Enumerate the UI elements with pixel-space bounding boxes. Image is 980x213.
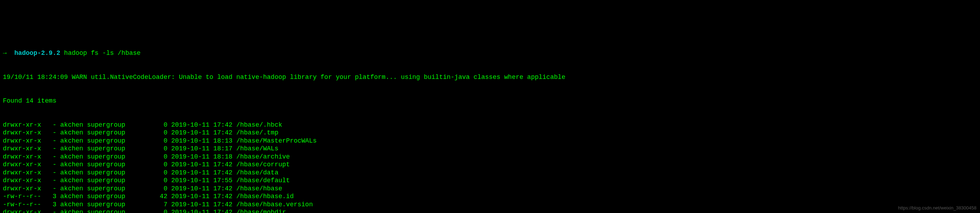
listing-row: drwxr-xr-x - akchen supergroup 0 2019-10… bbox=[3, 153, 977, 161]
watermark-text: https://blog.csdn.net/weixin_38300458 bbox=[898, 205, 977, 211]
prompt-host: hadoop-2.9.2 bbox=[14, 49, 60, 57]
listing-row: drwxr-xr-x - akchen supergroup 0 2019-10… bbox=[3, 177, 977, 185]
warn-output-line: 19/10/11 18:24:09 WARN util.NativeCodeLo… bbox=[3, 73, 977, 81]
listing-row: -rw-r--r-- 3 akchen supergroup 7 2019-10… bbox=[3, 200, 977, 209]
prompt-line-1[interactable]: → hadoop-2.9.2 hadoop fs -ls /hbase bbox=[3, 49, 977, 57]
listing-row: drwxr-xr-x - akchen supergroup 0 2019-10… bbox=[3, 129, 977, 137]
listing-row: drwxr-xr-x - akchen supergroup 0 2019-10… bbox=[3, 121, 977, 129]
prompt-separator bbox=[60, 49, 64, 57]
found-items-line: Found 14 items bbox=[3, 97, 977, 105]
listing-row: drwxr-xr-x - akchen supergroup 0 2019-10… bbox=[3, 145, 977, 153]
listing-row: drwxr-xr-x - akchen supergroup 0 2019-10… bbox=[3, 161, 977, 169]
listing-row: drwxr-xr-x - akchen supergroup 0 2019-10… bbox=[3, 137, 977, 145]
listing-row: drwxr-xr-x - akchen supergroup 0 2019-10… bbox=[3, 208, 977, 213]
command-text: hadoop fs -ls /hbase bbox=[64, 49, 141, 57]
prompt-arrow-icon: → bbox=[3, 49, 14, 57]
terminal-output: → hadoop-2.9.2 hadoop fs -ls /hbase 19/1… bbox=[3, 33, 977, 213]
listing-row: drwxr-xr-x - akchen supergroup 0 2019-10… bbox=[3, 169, 977, 177]
file-listing: drwxr-xr-x - akchen supergroup 0 2019-10… bbox=[3, 121, 977, 213]
listing-row: -rw-r--r-- 3 akchen supergroup 42 2019-1… bbox=[3, 192, 977, 200]
listing-row: drwxr-xr-x - akchen supergroup 0 2019-10… bbox=[3, 185, 977, 193]
